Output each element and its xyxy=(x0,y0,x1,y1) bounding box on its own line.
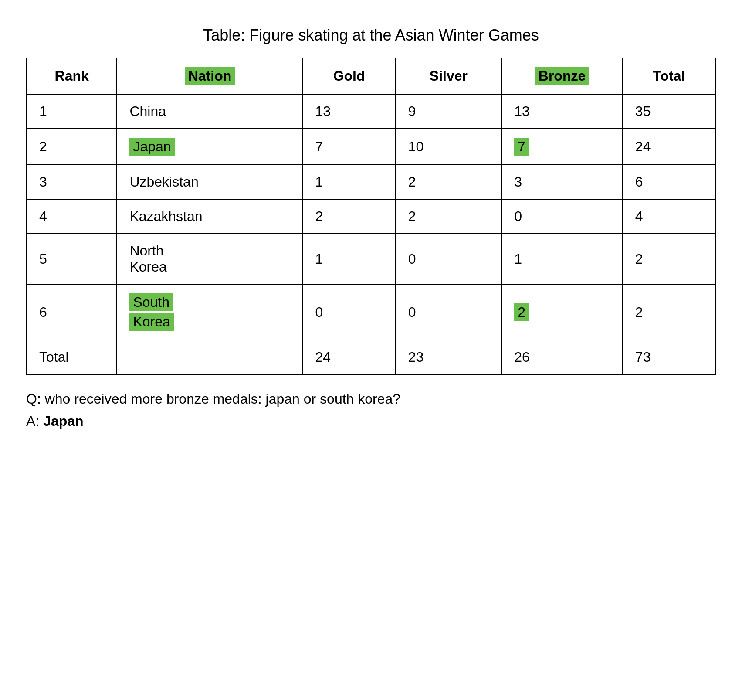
table-row: 6SouthKorea0022 xyxy=(27,284,715,340)
cell-silver: 2 xyxy=(396,199,502,234)
answer: Japan xyxy=(43,413,83,429)
nation-highlight-span: Japan xyxy=(129,138,174,156)
nation-highlight-span: Korea xyxy=(129,313,173,331)
cell-silver: 9 xyxy=(396,94,502,129)
cell-rank: 4 xyxy=(27,199,117,234)
cell-gold: 13 xyxy=(303,94,396,129)
table-container: Rank Nation Gold Silver Bronze Total 1Ch… xyxy=(26,58,716,375)
cell-total: 2 xyxy=(623,284,715,340)
cell-silver: 10 xyxy=(396,129,502,165)
header-bronze: Bronze xyxy=(501,58,623,94)
cell-rank: 6 xyxy=(27,284,117,340)
header-gold: Gold xyxy=(303,58,396,94)
medals-table: Rank Nation Gold Silver Bronze Total 1Ch… xyxy=(26,58,716,375)
cell-total: 2 xyxy=(623,234,715,284)
cell-bronze: 1 xyxy=(501,234,623,284)
cell-gold: 0 xyxy=(303,284,396,340)
header-total: Total xyxy=(623,58,715,94)
cell-nation: NorthKorea xyxy=(117,234,302,284)
cell-gold: 2 xyxy=(303,199,396,234)
totals-total: 73 xyxy=(623,340,715,374)
nation-highlight-span: South xyxy=(129,293,173,311)
cell-bronze: 0 xyxy=(501,199,623,234)
totals-silver: 23 xyxy=(396,340,502,374)
cell-rank: 3 xyxy=(27,165,117,199)
bronze-highlight-span: 7 xyxy=(514,138,529,156)
table-header-row: Rank Nation Gold Silver Bronze Total xyxy=(27,58,715,94)
cell-bronze: 13 xyxy=(501,94,623,129)
cell-nation: SouthKorea xyxy=(117,284,302,340)
header-silver: Silver xyxy=(396,58,502,94)
cell-bronze: 2 xyxy=(501,284,623,340)
cell-gold: 1 xyxy=(303,234,396,284)
cell-total: 24 xyxy=(623,129,715,165)
answer-line: A: Japan xyxy=(26,410,716,432)
cell-gold: 7 xyxy=(303,129,396,165)
table-row: 3Uzbekistan1236 xyxy=(27,165,715,199)
cell-silver: 0 xyxy=(396,234,502,284)
table-row: 2Japan710724 xyxy=(27,129,715,165)
cell-total: 35 xyxy=(623,94,715,129)
header-nation-highlight: Nation xyxy=(185,67,235,85)
question: Q: who received more bronze medals: japa… xyxy=(26,388,716,410)
cell-total: 4 xyxy=(623,199,715,234)
cell-nation: Japan xyxy=(117,129,302,165)
header-bronze-highlight: Bronze xyxy=(535,67,589,85)
cell-silver: 2 xyxy=(396,165,502,199)
cell-nation: China xyxy=(117,94,302,129)
cell-silver: 0 xyxy=(396,284,502,340)
table-row: 4Kazakhstan2204 xyxy=(27,199,715,234)
totals-gold: 24 xyxy=(303,340,396,374)
cell-bronze: 3 xyxy=(501,165,623,199)
qa-section: Q: who received more bronze medals: japa… xyxy=(26,388,716,432)
totals-bronze: 26 xyxy=(501,340,623,374)
cell-nation: Kazakhstan xyxy=(117,199,302,234)
header-nation: Nation xyxy=(117,58,302,94)
totals-nation xyxy=(117,340,302,374)
cell-rank: 1 xyxy=(27,94,117,129)
cell-rank: 5 xyxy=(27,234,117,284)
cell-bronze: 7 xyxy=(501,129,623,165)
header-rank: Rank xyxy=(27,58,117,94)
answer-prefix: A: xyxy=(26,413,43,429)
cell-nation: Uzbekistan xyxy=(117,165,302,199)
cell-rank: 2 xyxy=(27,129,117,165)
page-title: Table: Figure skating at the Asian Winte… xyxy=(26,26,716,44)
cell-total: 6 xyxy=(623,165,715,199)
table-row: 1China1391335 xyxy=(27,94,715,129)
table-row: 5NorthKorea1012 xyxy=(27,234,715,284)
totals-row: Total 24 23 26 73 xyxy=(27,340,715,374)
totals-rank: Total xyxy=(27,340,117,374)
cell-gold: 1 xyxy=(303,165,396,199)
bronze-highlight-span: 2 xyxy=(514,303,529,321)
